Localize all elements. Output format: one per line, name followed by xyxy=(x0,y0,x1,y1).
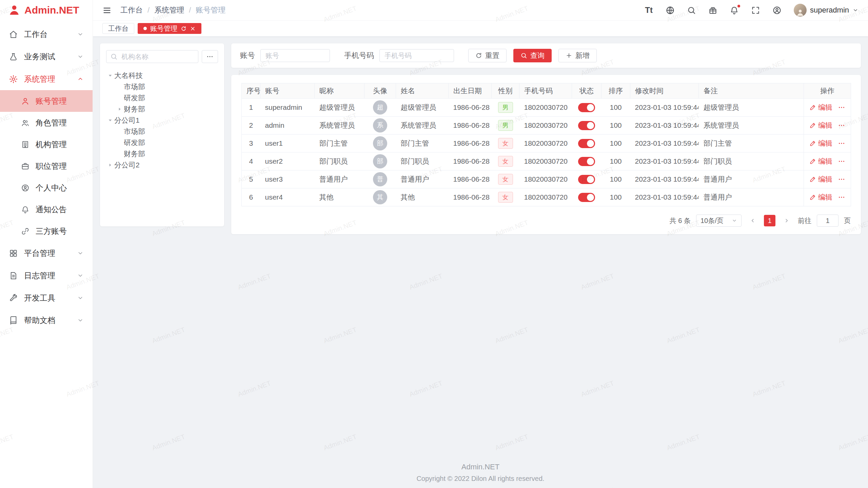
account-label: 账号 xyxy=(240,50,255,61)
status-toggle[interactable] xyxy=(578,103,595,112)
chevron-down-icon xyxy=(77,317,84,324)
phone-input[interactable] xyxy=(379,49,454,62)
page-size-select[interactable]: 10条/页 xyxy=(696,215,742,227)
row-more-button[interactable] xyxy=(838,122,845,129)
sidebar-item-label: 业务测试 xyxy=(24,52,55,62)
main-content: 大名科技市场部研发部财务部分公司1市场部研发部财务部分公司2 账号 手机号码 重… xyxy=(93,36,868,488)
status-toggle[interactable] xyxy=(578,193,595,202)
edit-button[interactable]: 编辑 xyxy=(809,157,832,166)
goto-page-input[interactable] xyxy=(817,215,839,227)
add-button[interactable]: 新增 xyxy=(558,49,597,62)
profile-icon[interactable] xyxy=(772,6,782,15)
breadcrumb-item[interactable]: 工作台 xyxy=(120,5,143,15)
sidebar-subitem-2-1[interactable]: 角色管理 xyxy=(0,112,93,134)
status-toggle[interactable] xyxy=(578,175,595,184)
cell-phone: 18020030720 xyxy=(519,170,572,188)
tree-node-0-0[interactable]: 市场部 xyxy=(106,81,218,92)
edit-icon xyxy=(809,194,816,201)
refresh-icon[interactable] xyxy=(181,26,186,32)
sidebar-subitem-2-2[interactable]: 机构管理 xyxy=(0,134,93,155)
header-tools-slot: Tt xyxy=(644,6,782,15)
caret-right-icon[interactable] xyxy=(116,105,124,113)
caret-down-icon[interactable] xyxy=(106,72,114,80)
sidebar-item-5[interactable]: 开发工具 xyxy=(0,287,93,309)
sidebar-item-4[interactable]: 日志管理 xyxy=(0,264,93,287)
accounts-table-card: 序号账号昵称头像姓名出生日期性别手机号码状态排序修改时间备注操作 1supera… xyxy=(231,75,861,234)
caret-right-icon[interactable] xyxy=(106,161,114,169)
status-toggle[interactable] xyxy=(578,121,595,130)
prev-page-button[interactable] xyxy=(747,215,758,226)
close-icon[interactable] xyxy=(190,26,196,32)
gender-tag: 女 xyxy=(498,192,513,203)
edit-button[interactable]: 编辑 xyxy=(809,103,832,112)
sidebar-item-6[interactable]: 帮助文档 xyxy=(0,309,93,331)
footer-copyright: Copyright © 2022 Dilon All rights reserv… xyxy=(93,475,868,483)
tree-node-0-1[interactable]: 研发部 xyxy=(106,92,218,103)
tree-node-1-2[interactable]: 财务部 xyxy=(106,148,218,159)
page-number-1[interactable]: 1 xyxy=(764,215,775,226)
next-page-button[interactable] xyxy=(781,215,792,226)
reset-button[interactable]: 重置 xyxy=(468,49,507,62)
cell-name: 系统管理员 xyxy=(396,117,449,135)
search-button[interactable]: 查询 xyxy=(513,49,552,62)
sidebar-item-3[interactable]: 平台管理 xyxy=(0,242,93,264)
search-icon[interactable] xyxy=(687,6,696,15)
tree-node-1-1[interactable]: 研发部 xyxy=(106,137,218,148)
tree-node-root-0[interactable]: 大名科技 xyxy=(106,70,218,81)
tree-node-root-2[interactable]: 分公司2 xyxy=(106,159,218,170)
sidebar-subitem-2-4[interactable]: 个人中心 xyxy=(0,177,93,199)
sidebar-subitem-2-5[interactable]: 通知公告 xyxy=(0,199,93,220)
menu-toggle-icon[interactable] xyxy=(102,6,112,15)
cell-birth: 1986-06-28 xyxy=(449,170,492,188)
sidebar-subitem-2-0[interactable]: 账号管理 xyxy=(0,90,93,112)
status-toggle[interactable] xyxy=(578,139,595,148)
sidebar-item-1[interactable]: 业务测试 xyxy=(0,45,93,68)
row-more-button[interactable] xyxy=(838,140,845,147)
cell-order: 100 xyxy=(601,152,630,170)
column-header-7: 手机号码 xyxy=(519,83,572,99)
sidebar-item-label: 开发工具 xyxy=(24,293,55,303)
edit-button[interactable]: 编辑 xyxy=(809,192,832,202)
tree-node-0-2[interactable]: 财务部 xyxy=(106,103,218,115)
sidebar-item-0[interactable]: 工作台 xyxy=(0,23,93,45)
caret-down-icon[interactable] xyxy=(106,116,114,124)
row-more-button[interactable] xyxy=(838,158,845,165)
tab-account-management[interactable]: 账号管理 xyxy=(138,23,201,34)
row-more-button[interactable] xyxy=(838,194,845,201)
active-dot xyxy=(143,27,147,30)
cell-remark: 普通用户 xyxy=(699,170,804,188)
cell-birth: 1986-06-28 xyxy=(449,99,492,117)
status-toggle[interactable] xyxy=(578,157,595,166)
breadcrumb-item[interactable]: 系统管理 xyxy=(154,5,184,15)
notification-icon[interactable] xyxy=(730,6,739,15)
edit-button[interactable]: 编辑 xyxy=(809,175,832,184)
cell-seq: 2 xyxy=(242,117,260,135)
fullscreen-icon[interactable] xyxy=(751,6,760,15)
cell-avatar: 部 xyxy=(364,135,396,152)
column-header-8: 状态 xyxy=(572,83,601,99)
row-more-button[interactable] xyxy=(838,104,845,111)
row-more-button[interactable] xyxy=(838,176,845,183)
tree-node-1-0[interactable]: 市场部 xyxy=(106,126,218,137)
user-menu[interactable]: superadmin xyxy=(794,4,859,17)
cell-birth: 1986-06-28 xyxy=(449,135,492,152)
globe-icon[interactable] xyxy=(666,6,675,15)
edit-icon xyxy=(809,122,816,129)
tab-workbench[interactable]: 工作台 xyxy=(102,23,134,34)
sidebar-subitem-2-6[interactable]: 三方账号 xyxy=(0,220,93,242)
sidebar-subitem-2-3[interactable]: 职位管理 xyxy=(0,155,93,177)
app-logo[interactable]: Admin.NET xyxy=(0,0,93,20)
edit-button[interactable]: 编辑 xyxy=(809,121,832,130)
column-header-1: 账号 xyxy=(260,83,315,99)
org-more-button[interactable] xyxy=(202,50,218,63)
tree-node-root-1[interactable]: 分公司1 xyxy=(106,115,218,126)
sidebar-item-2[interactable]: 系统管理 xyxy=(0,68,93,90)
font-size-icon[interactable]: Tt xyxy=(644,6,653,15)
theme-icon[interactable] xyxy=(708,6,717,15)
org-search-input[interactable] xyxy=(106,50,198,63)
query-form: 账号 手机号码 重置 查询 xyxy=(231,43,861,68)
account-input[interactable] xyxy=(260,49,330,62)
table-row-3: 4user2部门职员部部门职员1986-06-28女18020030720100… xyxy=(242,152,851,170)
page-unit-label: 页 xyxy=(844,216,851,225)
edit-button[interactable]: 编辑 xyxy=(809,139,832,148)
